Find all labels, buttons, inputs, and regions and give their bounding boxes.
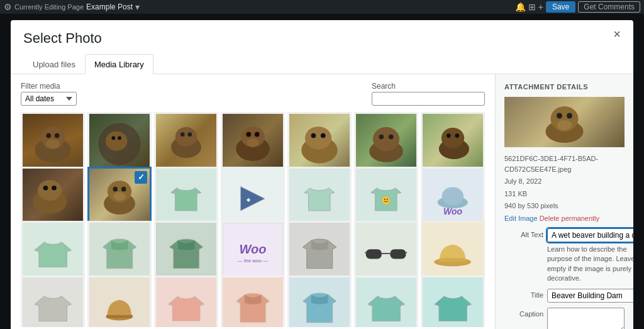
svg-point-57 [557, 113, 562, 119]
alt-text-hint: Learn how to describe the purpose of the… [547, 245, 633, 284]
attachment-filesize: 131 KB [504, 189, 625, 199]
svg-point-41 [382, 196, 390, 204]
svg-marker-39 [241, 186, 265, 210]
modal-body: Filter media All dates July 2022 June 20… [11, 74, 633, 329]
media-area: Filter media All dates July 2022 June 20… [11, 74, 495, 329]
search-label: Search [372, 82, 485, 91]
filter-group: Filter media All dates July 2022 June 20… [21, 82, 77, 106]
svg-point-38 [113, 192, 125, 200]
attachment-details-panel: ATTACHMENT DETAILS 5621DF6C-3DE1-4F71-B5… [495, 74, 633, 329]
title-field: Title [504, 289, 625, 303]
svg-point-37 [121, 186, 126, 191]
svg-point-27 [441, 128, 464, 148]
media-item[interactable] [154, 276, 218, 328]
svg-point-36 [113, 186, 118, 191]
svg-point-32 [43, 185, 48, 190]
svg-point-7 [112, 137, 116, 140]
svg-point-24 [379, 135, 384, 140]
alt-text-field: Alt Text Learn how to describe the purpo… [504, 228, 625, 284]
svg-rect-46 [366, 249, 382, 259]
filter-row: Filter media All dates July 2022 June 20… [21, 82, 485, 106]
wp-admin-bar: ⚙ Currently Editing Page Example Post ▾ … [0, 0, 644, 14]
search-group: Search [372, 82, 485, 106]
modal-close-button[interactable]: × [611, 28, 623, 40]
media-item[interactable] [354, 276, 418, 328]
delete-permanently-link[interactable]: Delete permanently [540, 215, 599, 222]
media-item[interactable] [421, 276, 485, 328]
media-grid: ◆ [21, 112, 485, 327]
edit-image-link[interactable]: Edit Image [504, 215, 538, 222]
attachment-dimensions: 940 by 530 pixels [504, 201, 625, 211]
svg-point-6 [106, 131, 128, 151]
select-photo-modal: Select Photo Upload files Media Library … [11, 20, 633, 329]
attachment-filename: 5621DF6C-3DE1-4F71-B5AD-CD572C5EE47E.jpe… [504, 153, 625, 174]
svg-point-59 [557, 120, 572, 130]
svg-text:◆: ◆ [247, 196, 251, 202]
media-item[interactable] [287, 276, 352, 328]
alt-text-input[interactable] [547, 228, 633, 242]
modal-overlay: Select Photo Upload files Media Library … [0, 14, 644, 329]
title-input[interactable] [547, 289, 633, 303]
media-item[interactable] [221, 276, 285, 328]
tab-upload[interactable]: Upload files [23, 54, 85, 74]
filter-select[interactable]: All dates July 2022 June 2022 [21, 92, 77, 106]
svg-point-19 [305, 126, 331, 149]
attachment-thumbnail [504, 97, 625, 147]
search-input[interactable] [372, 92, 485, 106]
svg-point-23 [373, 127, 399, 151]
page-name: Example Post [86, 3, 133, 11]
media-item[interactable] [21, 276, 85, 328]
save-button[interactable]: Save [546, 1, 575, 13]
filter-label: Filter media [21, 82, 77, 91]
attachment-date: July 8, 2022 [504, 176, 625, 187]
svg-point-43 [387, 199, 388, 200]
svg-point-17 [247, 138, 258, 147]
plus-icon: + [538, 2, 543, 12]
svg-point-15 [246, 132, 251, 137]
svg-point-31 [38, 180, 62, 201]
svg-rect-47 [391, 249, 406, 259]
media-item[interactable] [87, 276, 152, 328]
alt-text-label: Alt Text [504, 228, 543, 238]
svg-point-21 [321, 133, 326, 138]
svg-point-3 [55, 133, 60, 138]
wp-logo-icon: ⚙ [4, 2, 12, 12]
get-comments-button[interactable]: Get Comments [578, 1, 640, 13]
svg-point-33 [52, 185, 57, 190]
svg-point-4 [45, 139, 60, 148]
svg-point-52 [435, 258, 472, 266]
svg-point-2 [46, 133, 51, 138]
svg-point-25 [389, 135, 394, 140]
svg-point-58 [567, 113, 572, 119]
caption-label: Caption [504, 308, 543, 318]
notification-icon: 🔔 [515, 2, 526, 12]
svg-rect-54 [106, 315, 133, 318]
attachment-details-title: ATTACHMENT DETAILS [504, 83, 625, 91]
tab-media-library[interactable]: Media Library [85, 54, 153, 74]
svg-point-28 [447, 133, 451, 138]
modal-header: Select Photo Upload files Media Library … [11, 20, 633, 74]
svg-point-8 [118, 137, 121, 140]
svg-point-42 [384, 199, 386, 200]
title-label: Title [504, 289, 543, 299]
svg-point-12 [187, 132, 192, 137]
grid-icon: ⊞ [528, 2, 536, 12]
caption-input[interactable] [547, 308, 625, 329]
modal-tabs: Upload files Media Library [23, 54, 153, 74]
svg-point-45 [442, 187, 464, 205]
chevron-down-icon: ▾ [135, 2, 140, 12]
modal-title: Select Photo [23, 30, 153, 47]
editing-label: Currently Editing Page [14, 3, 84, 11]
svg-point-16 [255, 132, 260, 137]
caption-field: Caption [504, 308, 625, 329]
svg-point-20 [311, 133, 316, 138]
attachment-links: Edit Image Delete permanently [504, 213, 625, 224]
svg-point-11 [180, 132, 185, 137]
svg-point-10 [175, 127, 197, 147]
svg-point-29 [455, 133, 459, 138]
